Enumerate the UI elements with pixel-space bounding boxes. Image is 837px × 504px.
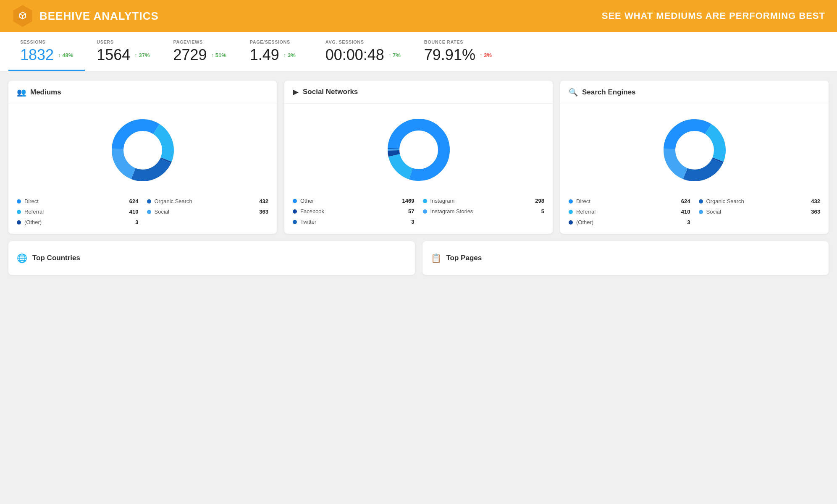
top-countries-card[interactable]: Top Countries (8, 241, 415, 275)
legend-dot-sn-other (293, 199, 297, 203)
header: BEEHIVE ANALYTICS SEE WHAT MEDIUMS ARE P… (0, 0, 837, 32)
legend-item-se-other: (Other) 3 (569, 219, 690, 225)
stat-bounce-rates[interactable]: BOUNCE RATES 79.91% ↑ 3% (412, 32, 504, 71)
search-engines-donut (657, 112, 732, 188)
stat-sessions-change: ↑ 48% (58, 52, 73, 58)
social-networks-donut (381, 112, 457, 188)
legend-item-se-social: Social 363 (699, 209, 821, 215)
search-engines-donut-container (569, 112, 820, 188)
legend-item-se-organic: Organic Search 432 (699, 198, 821, 204)
mediums-donut (105, 112, 181, 188)
stat-page-sessions-value: 1.49 ↑ 3% (250, 46, 302, 64)
svg-point-14 (401, 132, 436, 167)
stat-bounce-rates-label: BOUNCE RATES (424, 39, 492, 44)
stat-pageviews[interactable]: PAGEVIEWS 2729 ↑ 51% (162, 32, 238, 71)
header-left: BEEHIVE ANALYTICS (12, 5, 159, 27)
legend-dot-social (147, 210, 151, 214)
cards-row: Mediums (8, 81, 829, 234)
social-networks-donut-container (293, 112, 544, 188)
top-pages-title: Top Pages (446, 254, 482, 262)
legend-dot-se-referral (569, 210, 573, 214)
pages-icon (431, 253, 441, 264)
stat-users-value: 1564 ↑ 37% (97, 46, 150, 64)
svg-point-21 (677, 133, 712, 168)
stat-page-sessions-change: ↑ 3% (283, 52, 296, 58)
stat-page-sessions-label: PAGE/SESSIONS (250, 39, 302, 44)
legend-item-sn-twitter: Twitter 3 (293, 219, 415, 225)
legend-item-referral: Referral 410 (17, 209, 139, 215)
legend-dot-sn-instagram (423, 199, 427, 203)
legend-item-social: Social 363 (147, 209, 269, 215)
stat-pageviews-change: ↑ 51% (211, 52, 226, 58)
social-networks-title: Social Networks (303, 88, 358, 96)
legend-item-se-referral: Referral 410 (569, 209, 690, 215)
legend-item-direct: Direct 624 (17, 198, 139, 204)
globe-icon (17, 253, 27, 264)
legend-dot-referral (17, 210, 21, 214)
stat-bounce-rates-value: 79.91% ↑ 3% (424, 46, 492, 64)
logo-icon (12, 5, 34, 27)
svg-point-7 (125, 133, 160, 168)
legend-item-other: (Other) 3 (17, 219, 139, 225)
stat-avg-sessions-change: ↑ 7% (388, 52, 401, 58)
mediums-icon (17, 87, 26, 97)
stat-sessions[interactable]: SESSIONS 1832 ↑ 48% (8, 32, 85, 71)
social-networks-body: Other 1469 Instagram 298 Facebook 57 (284, 104, 553, 233)
top-countries-title: Top Countries (32, 254, 80, 262)
stat-pageviews-label: PAGEVIEWS (173, 39, 226, 44)
search-engines-legend: Direct 624 Organic Search 432 Referral 4… (569, 198, 820, 225)
search-engines-body: Direct 624 Organic Search 432 Referral 4… (560, 104, 829, 234)
stat-avg-sessions-value: 00:00:48 ↑ 7% (325, 46, 401, 64)
social-networks-legend: Other 1469 Instagram 298 Facebook 57 (293, 198, 544, 225)
legend-dot-se-organic (699, 199, 703, 204)
mediums-card: Mediums (8, 81, 277, 234)
legend-item-sn-other: Other 1469 (293, 198, 415, 204)
search-engines-card-header: Search Engines (560, 81, 829, 104)
stat-bounce-rates-change: ↑ 3% (480, 52, 492, 58)
stat-page-sessions[interactable]: PAGE/SESSIONS 1.49 ↑ 3% (238, 32, 314, 71)
stat-users-change: ↑ 37% (134, 52, 150, 58)
stat-pageviews-value: 2729 ↑ 51% (173, 46, 226, 64)
stat-users[interactable]: USERS 1564 ↑ 37% (85, 32, 161, 71)
mediums-donut-container (17, 112, 268, 188)
search-engines-card: Search Engines (560, 81, 829, 234)
top-pages-card[interactable]: Top Pages (422, 241, 829, 275)
stat-sessions-label: SESSIONS (20, 39, 73, 44)
legend-dot-sn-twitter (293, 220, 297, 224)
legend-dot-sn-instagram-stories (423, 209, 427, 214)
legend-dot-organic (147, 199, 151, 204)
stat-avg-sessions[interactable]: AVG. SESSIONS 00:00:48 ↑ 7% (314, 32, 412, 71)
legend-item-sn-facebook: Facebook 57 (293, 208, 415, 214)
social-networks-card-header: ▶ Social Networks (284, 81, 553, 104)
header-subtitle: SEE WHAT MEDIUMS ARE PERFORMING BEST (602, 10, 825, 21)
legend-item-sn-instagram: Instagram 298 (423, 198, 545, 204)
social-networks-card: ▶ Social Networks (284, 81, 553, 234)
legend-dot-se-direct (569, 199, 573, 204)
legend-item-se-direct: Direct 624 (569, 198, 690, 204)
mediums-card-header: Mediums (8, 81, 277, 104)
main-content: Mediums (0, 71, 837, 284)
legend-dot-se-social (699, 210, 703, 214)
stat-avg-sessions-label: AVG. SESSIONS (325, 39, 401, 44)
legend-dot-sn-facebook (293, 209, 297, 214)
legend-dot-other (17, 220, 21, 225)
legend-item-organic: Organic Search 432 (147, 198, 269, 204)
stat-sessions-value: 1832 ↑ 48% (20, 46, 73, 64)
bottom-row: Top Countries Top Pages (8, 241, 829, 275)
legend-dot-direct (17, 199, 21, 204)
mediums-body: Direct 624 Organic Search 432 Referral 4… (8, 104, 277, 234)
search-engines-title: Search Engines (582, 88, 636, 97)
legend-dot-se-other (569, 220, 573, 225)
app-title: BEEHIVE ANALYTICS (39, 10, 159, 23)
search-engines-icon (569, 87, 578, 97)
mediums-legend: Direct 624 Organic Search 432 Referral 4… (17, 198, 268, 225)
legend-item-sn-instagram-stories: Instagram Stories 5 (423, 208, 545, 214)
stats-bar: SESSIONS 1832 ↑ 48% USERS 1564 ↑ 37% PAG… (0, 32, 837, 71)
social-networks-icon: ▶ (293, 87, 299, 97)
stat-users-label: USERS (97, 39, 150, 44)
mediums-title: Mediums (30, 88, 61, 97)
